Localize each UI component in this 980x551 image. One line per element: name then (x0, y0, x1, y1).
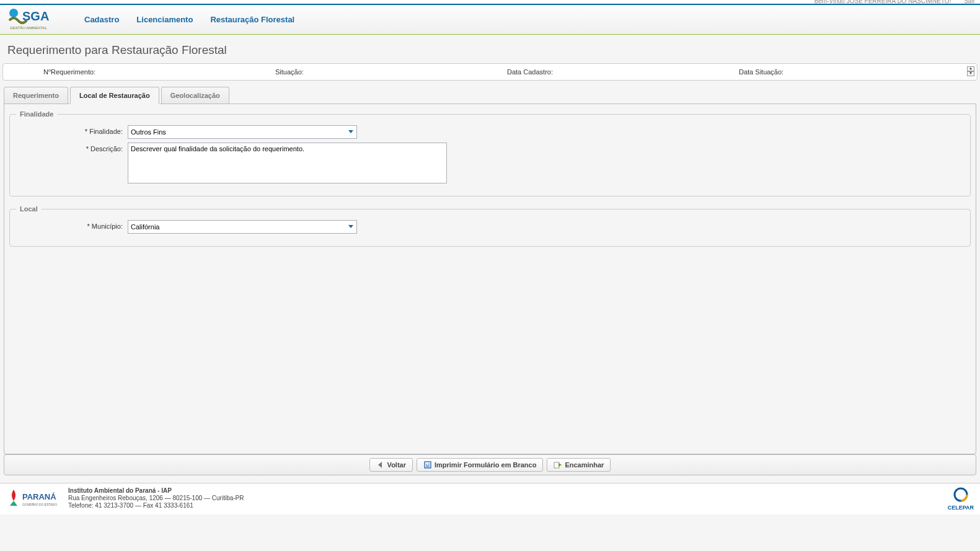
municipio-label: * Município: (16, 220, 128, 230)
footer-institution: Instituto Ambiental do Paraná - IAP (68, 487, 172, 494)
footer-address: Rua Engenheiros Rebouças, 1206 — 80215-1… (68, 495, 244, 501)
spinner-up-icon[interactable]: ▲ (967, 66, 974, 71)
descricao-label: * Descrição: (16, 143, 128, 152)
svg-text:GOVERNO DO ESTADO: GOVERNO DO ESTADO (22, 503, 57, 506)
finalidade-label: * Finalidade: (16, 125, 128, 135)
data-situacao-label: Data Situação: (739, 68, 971, 76)
arrow-left-icon (376, 461, 385, 469)
menu-licenciamento[interactable]: Licenciamento (136, 15, 193, 24)
main-menu: Cadastro Licenciamento Restauração Flore… (84, 15, 294, 24)
celepar-logo: CELEPAR (948, 487, 974, 511)
data-cadastro-label: Data Cadastro: (507, 68, 739, 76)
forward-icon (554, 461, 562, 469)
tabs: Requerimento Local de Restauração Geoloc… (4, 87, 976, 104)
header: SGA GESTÃO AMBIENTAL Cadastro Licenciame… (0, 5, 980, 35)
print-icon (423, 461, 432, 469)
legend-finalidade: Finalidade (16, 110, 57, 118)
parana-logo-icon: PARANÁ GOVERNO DO ESTADO (6, 487, 61, 511)
num-requerimento-label: NºRequerimento: (9, 68, 275, 76)
sga-logo-icon: SGA GESTÃO AMBIENTAL (5, 7, 73, 33)
spinner-down-icon[interactable]: ▼ (967, 71, 974, 76)
tab-local-restauracao[interactable]: Local de Restauração (70, 87, 159, 104)
fieldset-finalidade: Finalidade * Finalidade: Outros Fins * D… (9, 110, 971, 196)
encaminhar-button[interactable]: Encaminhar (547, 458, 611, 472)
voltar-button[interactable]: Voltar (369, 458, 413, 472)
logo: SGA GESTÃO AMBIENTAL (5, 7, 73, 33)
svg-point-0 (9, 9, 18, 17)
footer: PARANÁ GOVERNO DO ESTADO Instituto Ambie… (0, 483, 980, 514)
situacao-label: Situação: (275, 68, 507, 76)
descricao-textarea[interactable] (128, 143, 447, 183)
municipio-select[interactable]: Califórnia (128, 220, 357, 234)
logout-link[interactable]: Sair (964, 0, 975, 4)
menu-restauracao[interactable]: Restauração Florestal (210, 15, 294, 24)
fieldset-local: Local * Município: Califórnia (9, 205, 971, 247)
info-row: NºRequerimento: Situação: Data Cadastro:… (2, 63, 978, 81)
svg-text:GESTÃO AMBIENTAL: GESTÃO AMBIENTAL (10, 26, 48, 30)
page-title: Requerimento para Restauração Florestal (0, 35, 980, 63)
tab-requerimento[interactable]: Requerimento (4, 87, 68, 104)
imprimir-button[interactable]: Imprimir Formulário em Branco (417, 458, 543, 472)
tab-geolocalizacao[interactable]: Geolocalização (161, 87, 229, 104)
menu-cadastro[interactable]: Cadastro (84, 15, 119, 24)
svg-text:PARANÁ: PARANÁ (22, 492, 56, 501)
svg-rect-7 (554, 462, 559, 468)
panel-local-restauracao: Finalidade * Finalidade: Outros Fins * D… (4, 104, 976, 454)
svg-text:SGA: SGA (22, 9, 49, 23)
welcome-text: Bem-Vindo JOSE FERREIRA DO NASCIMNETO! (814, 0, 951, 4)
celepar-icon (951, 487, 971, 505)
finalidade-select[interactable]: Outros Fins (128, 125, 357, 139)
action-bar: Voltar Imprimir Formulário em Branco Enc… (4, 454, 976, 475)
user-bar: Bem-Vindo JOSE FERREIRA DO NASCIMNETO! S… (814, 0, 975, 4)
legend-local: Local (16, 205, 42, 213)
footer-phone: Telefone: 41 3213-3700 — Fax 41 3333-616… (68, 502, 244, 509)
spinner-control[interactable]: ▲ ▼ (967, 66, 974, 77)
